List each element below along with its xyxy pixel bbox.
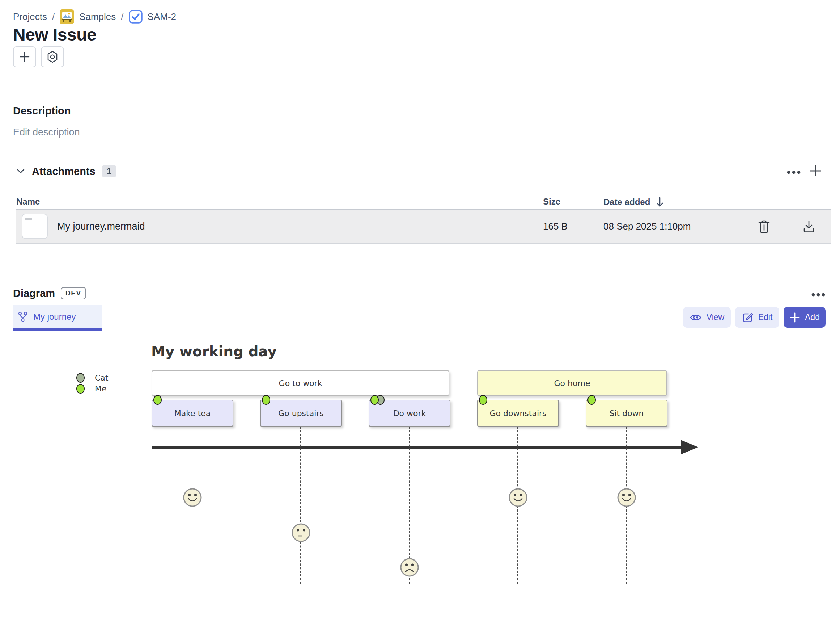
section-label: Go to work: [279, 379, 322, 388]
add-button-label: Add: [805, 312, 820, 322]
page-title: New Issue: [13, 25, 96, 44]
description-heading: Description: [13, 105, 71, 117]
timeline-arrow: [152, 446, 683, 449]
edit-button[interactable]: Edit: [735, 307, 779, 328]
column-header-name: Name: [16, 196, 40, 207]
plus-icon: [809, 165, 822, 177]
download-attachment-button[interactable]: [801, 219, 817, 234]
attachments-heading: Attachments: [32, 165, 95, 177]
attachments-count-badge: 1: [102, 165, 116, 177]
happy-face-icon: [508, 488, 528, 508]
journey-task-sit-down: Sit down: [586, 400, 668, 427]
breadcrumb-projects[interactable]: Projects: [13, 11, 47, 22]
actor-dot-me: [370, 395, 379, 405]
section-label: Go home: [554, 379, 591, 388]
diagram-more-button[interactable]: [809, 289, 828, 301]
diagram-heading: Diagram: [13, 288, 55, 299]
journey-section-go-home: Go home: [477, 370, 667, 396]
chevron-down-icon[interactable]: [16, 168, 25, 174]
plus-icon: [789, 312, 800, 323]
task-label: Do work: [393, 409, 426, 418]
actor-dot-me: [262, 395, 270, 405]
attachment-row[interactable]: My journey.mermaid 165 B 08 Sep 2025 1:1…: [16, 210, 831, 244]
breadcrumb-samples[interactable]: Samples: [79, 11, 116, 22]
task-label: Sit down: [609, 409, 644, 418]
add-diagram-button[interactable]: Add: [783, 307, 826, 328]
attachment-name: My journey.mermaid: [57, 210, 145, 243]
task-label: Make tea: [174, 409, 211, 418]
column-header-date-added[interactable]: Date added: [603, 196, 665, 207]
download-icon: [802, 220, 815, 233]
trash-icon: [758, 220, 770, 234]
sad-face-icon: [399, 557, 420, 578]
happy-face-icon: [616, 488, 637, 508]
breadcrumb-separator: /: [121, 11, 123, 22]
ellipsis-icon: [810, 293, 827, 297]
edit-pencil-icon: [742, 312, 753, 323]
sort-descending-icon: [655, 196, 665, 207]
neutral-face-icon: [291, 522, 311, 543]
configure-button[interactable]: [41, 46, 64, 67]
actor-dot-me: [479, 395, 487, 405]
actor-dot-me: [153, 395, 162, 405]
add-field-button[interactable]: [13, 46, 36, 67]
legend-dot-me: [76, 384, 85, 394]
happy-face-icon: [182, 488, 202, 508]
attachments-add-button[interactable]: [807, 163, 823, 179]
task-label: Go downstairs: [489, 409, 546, 418]
edit-button-label: Edit: [758, 312, 773, 322]
edit-description-placeholder[interactable]: Edit description: [13, 127, 80, 138]
legend-label-cat: Cat: [95, 373, 108, 382]
project-avatar-icon: [60, 9, 74, 24]
timeline-arrowhead: [681, 440, 698, 454]
task-type-icon: [129, 10, 142, 24]
breadcrumb-issue-key[interactable]: SAM-2: [148, 11, 176, 22]
journey-section-go-to-work: Go to work: [152, 370, 449, 396]
breadcrumb: Projects / Samples / SAM-2: [13, 9, 176, 24]
dev-badge: DEV: [61, 287, 86, 299]
journey-task-go-downstairs: Go downstairs: [477, 400, 559, 427]
diagram-header: Diagram DEV: [13, 287, 86, 299]
journey-task-go-upstairs: Go upstairs: [260, 400, 342, 427]
actor-dot-me: [587, 395, 596, 405]
journey-diagram-canvas: My working day Cat Me Go to work Go home…: [0, 340, 840, 601]
attachment-date-added: 08 Sep 2025 1:10pm: [603, 210, 691, 243]
journey-task-make-tea: Make tea: [152, 400, 233, 427]
column-header-date-label: Date added: [603, 197, 650, 207]
eye-icon: [690, 313, 702, 322]
journey-title: My working day: [151, 343, 277, 359]
delete-attachment-button[interactable]: [756, 219, 772, 234]
nut-settings-icon: [46, 50, 58, 63]
task-label: Go upstairs: [278, 409, 324, 418]
view-button-label: View: [706, 312, 724, 322]
tab-label: My journey: [33, 312, 76, 322]
guide-line: [300, 427, 301, 584]
thumbnail-preview-text: [25, 217, 32, 220]
tab-my-journey[interactable]: My journey: [13, 305, 102, 328]
tab-bar-rule: [13, 329, 827, 330]
column-header-size: Size: [543, 196, 561, 207]
legend-dot-cat: [76, 373, 85, 383]
ellipsis-icon: [785, 170, 802, 174]
active-tab-underline: [13, 328, 102, 331]
attachments-header: Attachments 1: [16, 165, 116, 177]
attachments-more-button[interactable]: [784, 166, 803, 178]
attachment-size: 165 B: [543, 210, 568, 243]
plus-icon: [19, 51, 30, 63]
legend-label-me: Me: [95, 384, 107, 393]
view-button[interactable]: View: [683, 307, 731, 328]
attachment-thumbnail[interactable]: [22, 214, 48, 239]
diagram-branch-icon: [18, 311, 27, 322]
breadcrumb-separator: /: [52, 11, 55, 22]
